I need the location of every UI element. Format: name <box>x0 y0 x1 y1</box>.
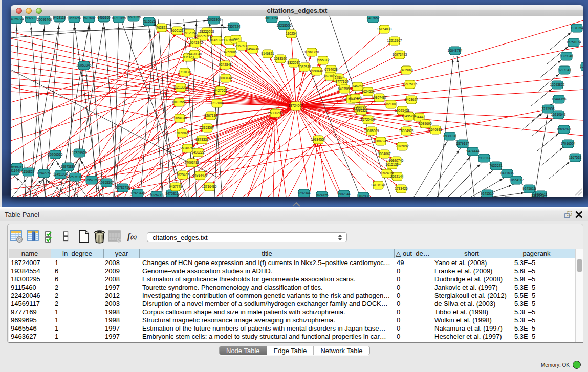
svg-text:7357224: 7357224 <box>227 25 241 28</box>
svg-text:19654948: 19654948 <box>172 116 187 120</box>
svg-text:16671355: 16671355 <box>126 16 141 19</box>
svg-text:12213382: 12213382 <box>173 85 188 89</box>
svg-text:8660123: 8660123 <box>170 29 184 32</box>
svg-text:1546: 1546 <box>232 37 240 41</box>
svg-text:12975115: 12975115 <box>403 82 418 86</box>
svg-text:8146328: 8146328 <box>210 38 223 42</box>
svg-text:2803144: 2803144 <box>219 76 232 80</box>
svg-text:8322037: 8322037 <box>287 61 300 64</box>
svg-text:9227343: 9227343 <box>558 68 571 72</box>
svg-text:6756685: 6756685 <box>224 50 237 54</box>
svg-text:7485063: 7485063 <box>400 68 413 72</box>
svg-text:14914479: 14914479 <box>193 173 208 177</box>
svg-text:1156829: 1156829 <box>22 170 35 173</box>
svg-text:9827509: 9827509 <box>196 34 209 38</box>
svg-text:10025438: 10025438 <box>395 108 410 112</box>
svg-text:2933114: 2933114 <box>478 156 491 160</box>
svg-text:6466160: 6466160 <box>97 16 111 19</box>
svg-text:9084067: 9084067 <box>378 152 391 156</box>
svg-text:9982344: 9982344 <box>337 192 351 196</box>
svg-text:10973493: 10973493 <box>393 53 407 56</box>
svg-text:12353594: 12353594 <box>200 126 215 129</box>
svg-text:16210643: 16210643 <box>551 113 566 116</box>
svg-text:12923446: 12923446 <box>130 191 145 195</box>
svg-text:2718176: 2718176 <box>178 70 191 74</box>
svg-text:1131254: 1131254 <box>571 26 583 30</box>
svg-text:9326711: 9326711 <box>150 193 163 197</box>
svg-text:9146821: 9146821 <box>261 52 274 55</box>
svg-text:19975887: 19975887 <box>61 165 76 168</box>
svg-text:1089695: 1089695 <box>419 122 432 125</box>
svg-text:2487652: 2487652 <box>366 16 380 20</box>
svg-text:18654923: 18654923 <box>399 129 414 133</box>
svg-text:6879197: 6879197 <box>456 142 469 145</box>
svg-text:1217004: 1217004 <box>210 101 224 105</box>
svg-text:8990448: 8990448 <box>310 69 323 73</box>
svg-text:1527602: 1527602 <box>82 16 96 20</box>
svg-text:11451934: 11451934 <box>53 172 68 176</box>
svg-text:15751074: 15751074 <box>567 40 581 44</box>
svg-text:1033454: 1033454 <box>580 64 583 68</box>
svg-text:7075692: 7075692 <box>396 144 409 148</box>
svg-text:16154838: 16154838 <box>377 27 392 31</box>
svg-text:16033809: 16033809 <box>207 18 222 21</box>
svg-text:3624534: 3624534 <box>361 90 375 93</box>
svg-text:12213967: 12213967 <box>387 39 402 42</box>
svg-text:9245510: 9245510 <box>481 192 494 195</box>
svg-text:1102933: 1102933 <box>357 194 370 197</box>
svg-text:15046768: 15046768 <box>180 146 195 150</box>
svg-text:20053346: 20053346 <box>77 63 92 67</box>
svg-text:7955812: 7955812 <box>316 58 330 62</box>
svg-text:6497568: 6497568 <box>338 87 351 91</box>
svg-text:10688609: 10688609 <box>364 129 379 133</box>
svg-text:17957252: 17957252 <box>84 178 99 182</box>
svg-text:13716485: 13716485 <box>202 185 217 188</box>
svg-text:16120746: 16120746 <box>389 159 404 162</box>
svg-text:2522144: 2522144 <box>390 174 404 178</box>
svg-text:16782759: 16782759 <box>116 186 130 189</box>
svg-text:9777169: 9777169 <box>335 80 349 83</box>
svg-text:1733426: 1733426 <box>395 187 408 190</box>
svg-text:10543342: 10543342 <box>188 41 203 45</box>
svg-text:9427552: 9427552 <box>214 89 227 92</box>
svg-text:794447: 794447 <box>413 115 425 119</box>
svg-text:24093488: 24093488 <box>185 161 200 164</box>
svg-text:1362615: 1362615 <box>298 65 311 69</box>
svg-text:15692971: 15692971 <box>557 127 572 131</box>
svg-text:9245612: 9245612 <box>522 187 536 190</box>
svg-text:1065411: 1065411 <box>535 193 548 196</box>
svg-text:10807487: 10807487 <box>372 96 387 99</box>
svg-text:25300203: 25300203 <box>268 111 283 115</box>
svg-text:8813054: 8813054 <box>265 16 278 20</box>
svg-text:9463627: 9463627 <box>405 98 418 101</box>
svg-text:8471636: 8471636 <box>500 171 514 175</box>
svg-text:12444156: 12444156 <box>552 97 567 101</box>
svg-text:391144: 391144 <box>11 169 19 172</box>
svg-text:14136141: 14136141 <box>371 183 386 187</box>
svg-text:8267130: 8267130 <box>204 114 217 117</box>
svg-text:17859928: 17859928 <box>72 151 87 155</box>
svg-text:19218506: 19218506 <box>277 24 292 27</box>
svg-text:12093822: 12093822 <box>550 83 565 86</box>
svg-text:20206536: 20206536 <box>48 152 63 156</box>
svg-text:130254: 130254 <box>286 32 297 35</box>
svg-text:20091406: 20091406 <box>37 18 52 21</box>
svg-text:10107552: 10107552 <box>172 100 187 104</box>
svg-text:10654112: 10654112 <box>509 178 524 182</box>
svg-text:7515526: 7515526 <box>142 19 156 23</box>
svg-text:1640935: 1640935 <box>429 128 442 132</box>
svg-text:9463119: 9463119 <box>53 16 66 19</box>
svg-text:18807249: 18807249 <box>374 139 388 143</box>
svg-text:2451: 2451 <box>335 76 342 79</box>
svg-text:8878334: 8878334 <box>195 138 209 141</box>
svg-text:8454749: 8454749 <box>246 47 259 51</box>
svg-text:1992731: 1992731 <box>24 16 37 20</box>
svg-text:9242848: 9242848 <box>219 63 232 67</box>
svg-text:18724007: 18724007 <box>289 104 303 107</box>
svg-text:7632621: 7632621 <box>489 164 503 167</box>
svg-text:1292344: 1292344 <box>297 191 311 195</box>
svg-text:7986322: 7986322 <box>355 108 368 112</box>
svg-text:10719155: 10719155 <box>112 16 126 20</box>
svg-text:12505115: 12505115 <box>68 175 83 179</box>
svg-text:763822: 763822 <box>156 26 167 29</box>
